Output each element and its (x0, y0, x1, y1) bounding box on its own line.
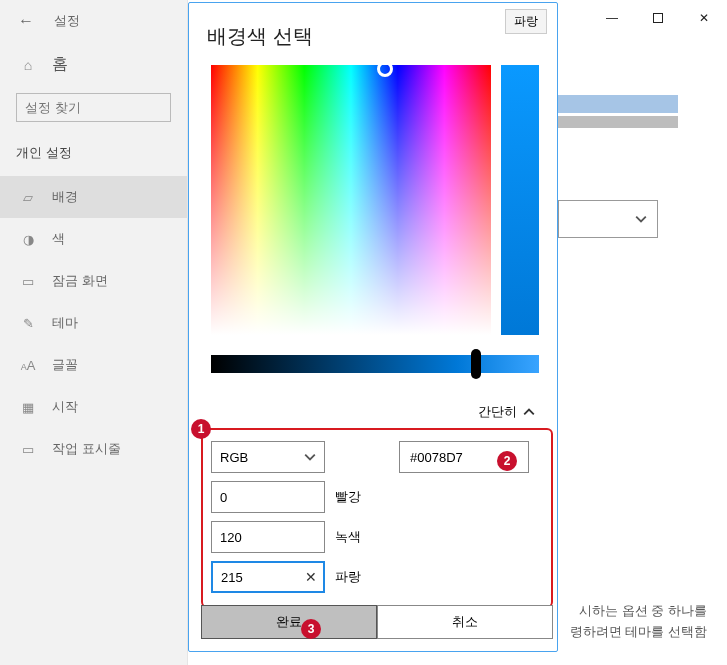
theme-icon: ✎ (20, 316, 36, 331)
sidebar-item-theme[interactable]: ✎ 테마 (0, 302, 187, 344)
close-button[interactable]: ✕ (681, 0, 727, 36)
start-icon: ▦ (20, 400, 36, 415)
green-label: 녹색 (335, 528, 361, 546)
color-model-value: RGB (220, 450, 248, 465)
green-input[interactable] (211, 521, 325, 553)
sidebar-item-label: 테마 (52, 314, 78, 332)
dialog-title: 배경색 선택 (189, 3, 557, 60)
app-title: 설정 (54, 12, 80, 30)
sidebar-home[interactable]: ⌂ 홈 (0, 48, 187, 93)
search-input[interactable] (16, 93, 171, 122)
picture-icon: ▱ (20, 190, 36, 205)
sidebar-item-start[interactable]: ▦ 시작 (0, 386, 187, 428)
annotation-badge-3: 3 (301, 619, 321, 639)
simple-toggle[interactable]: 간단히 (478, 403, 535, 421)
channel-row-green: 녹색 (211, 521, 371, 553)
home-icon: ⌂ (20, 57, 36, 73)
maximize-button[interactable] (635, 0, 681, 36)
settings-sidebar: ← 설정 ⌂ 홈 개인 설정 ▱ 배경 ◑ 색 ▭ 잠금 화면 ✎ 테마 AA … (0, 0, 188, 665)
sidebar-item-taskbar[interactable]: ▭ 작업 표시줄 (0, 428, 187, 470)
sidebar-item-label: 작업 표시줄 (52, 440, 121, 458)
red-label: 빨강 (335, 488, 361, 506)
channel-row-red: 빨강 (211, 481, 371, 513)
palette-icon: ◑ (20, 232, 36, 247)
simple-label: 간단히 (478, 403, 517, 421)
dialog-buttons: 완료 취소 (201, 605, 553, 639)
annotation-badge-1: 1 (191, 419, 211, 439)
color-tooltip: 파랑 (505, 9, 547, 34)
preview-strip (558, 116, 678, 128)
sidebar-item-label: 시작 (52, 398, 78, 416)
red-input[interactable] (211, 481, 325, 513)
sidebar-item-label: 잠금 화면 (52, 272, 108, 290)
sidebar-item-label: 색 (52, 230, 65, 248)
blue-label: 파랑 (335, 568, 361, 586)
color-picker-dialog: 파랑 배경색 선택 간단히 1 RGB #0078D7 2 빨강 녹색 ✕ 파랑… (188, 2, 558, 652)
sidebar-item-background[interactable]: ▱ 배경 (0, 176, 187, 218)
search-container (16, 93, 171, 122)
hue-preview[interactable] (501, 65, 539, 335)
category-label: 개인 설정 (0, 144, 187, 176)
sidebar-item-lockscreen[interactable]: ▭ 잠금 화면 (0, 260, 187, 302)
back-icon[interactable]: ← (18, 12, 34, 30)
lock-icon: ▭ (20, 274, 36, 289)
sidebar-item-color[interactable]: ◑ 색 (0, 218, 187, 260)
saturation-value-area[interactable] (211, 65, 491, 335)
color-model-select[interactable]: RGB (211, 441, 325, 473)
font-icon: AA (20, 358, 36, 373)
taskbar-icon: ▭ (20, 442, 36, 457)
footer-text: 시하는 옵션 중 하나를 령하려면 테마를 선택함 (570, 601, 707, 643)
annotation-badge-2: 2 (497, 451, 517, 471)
sidebar-item-label: 배경 (52, 188, 78, 206)
done-button[interactable]: 완료 (201, 605, 377, 639)
chevron-down-icon (635, 213, 647, 225)
preview-strip (558, 95, 678, 113)
chevron-down-icon (304, 451, 316, 463)
minimize-button[interactable]: — (589, 0, 635, 36)
chevron-up-icon (523, 406, 535, 418)
channel-row-blue: ✕ 파랑 (211, 561, 371, 593)
satval-thumb[interactable] (377, 61, 393, 77)
sidebar-item-font[interactable]: AA 글꼴 (0, 344, 187, 386)
fit-dropdown[interactable] (558, 200, 658, 238)
cancel-button[interactable]: 취소 (377, 605, 553, 639)
clear-icon[interactable]: ✕ (305, 569, 317, 585)
home-label: 홈 (52, 54, 68, 75)
slider-thumb[interactable] (471, 349, 481, 379)
value-slider[interactable] (211, 355, 539, 373)
sidebar-item-label: 글꼴 (52, 356, 78, 374)
hex-value: #0078D7 (410, 450, 463, 465)
window-controls: — ✕ (589, 0, 727, 36)
